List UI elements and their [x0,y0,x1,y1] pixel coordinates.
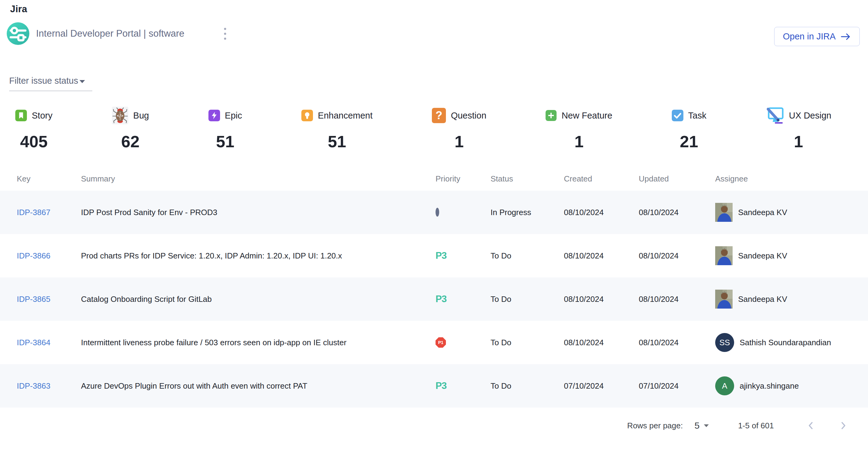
table-row: IDP-3863 Azure DevOps Plugin Errors out … [0,364,868,407]
issue-key-link[interactable]: IDP-3867 [17,208,51,217]
open-in-jira-button[interactable]: Open in JIRA [774,27,860,46]
table-row: IDP-3867 IDP Post Prod Sanity for Env - … [0,191,868,234]
issue-updated: 08/10/2024 [639,295,715,304]
issue-status: In Progress [491,208,564,217]
entity-title: Internal Developer Portal | software [36,28,184,39]
bug-icon: </> [112,107,128,124]
assignee-avatar-initials: A [715,376,734,395]
counter-value: 62 [121,132,140,151]
chevron-left-icon [806,421,815,431]
counter-value: 1 [574,132,584,151]
issue-summary: Azure DevOps Plugin Errors out with Auth… [81,381,436,391]
chevron-down-icon [704,424,709,427]
assignee-name: Sandeepa KV [738,295,787,304]
column-header-summary: Summary [81,174,436,184]
counter-enhancement: Enhancement 51 [301,107,373,151]
issues-table: Key Summary Priority Status Created Upda… [0,169,868,407]
counter-label: Epic [225,110,242,121]
rows-per-page-value: 5 [694,421,700,431]
column-header-key: Key [17,174,81,184]
enhancement-icon [301,110,313,121]
epic-icon [209,110,220,121]
issue-key-link[interactable]: IDP-3865 [17,295,51,304]
issue-updated: 08/10/2024 [639,338,715,347]
issue-status: To Do [491,338,564,347]
page-title: Jira [0,0,868,15]
counter-new-feature: New Feature 1 [546,107,612,151]
issue-created: 08/10/2024 [564,208,639,217]
issue-type-counters: Story 405 </> [0,107,868,151]
svg-text:?: ? [436,109,442,122]
next-page-button[interactable] [837,419,850,433]
table-row: IDP-3866 Prod charts PRs for IDP Service… [0,234,868,277]
filter-issue-status-label: Filter issue status [9,76,78,86]
issue-key-link[interactable]: IDP-3863 [17,381,51,391]
assignee-avatar-photo [715,246,733,265]
issue-created: 07/10/2024 [564,381,639,391]
counter-story: Story 405 [15,107,53,151]
counter-epic: Epic 51 [209,107,242,151]
counter-label: UX Design [789,110,831,121]
issue-summary: Catalog Onboarding Script for GitLab [81,295,436,304]
jira-plugin-page: Jira Internal Developer Portal | softwar… [0,0,868,465]
pagination-range: 1-5 of 601 [738,421,774,430]
entity-header: Internal Developer Portal | software [7,22,868,46]
counter-bug: </> Bug 62 [112,107,149,151]
column-header-assignee: Assignee [715,174,868,184]
issue-summary: Prod charts PRs for IDP Service: 1.20.x,… [81,251,436,261]
filter-issue-status-select[interactable]: Filter issue status [9,76,92,91]
issue-status: To Do [491,251,564,261]
rows-per-page-select[interactable]: 5 [694,421,709,431]
story-icon [15,110,27,121]
counter-label: New Feature [561,110,612,121]
counter-value: 405 [20,132,48,151]
ux-design-icon [766,107,784,124]
counter-label: Enhancement [318,110,373,121]
issue-summary: Intermittent liveness probe failure / 50… [81,338,436,347]
counter-ux-design: UX Design 1 [766,107,831,151]
assignee-avatar-photo [715,203,733,222]
priority-p3-icon: P3 [436,294,446,304]
counter-value: 1 [794,132,803,151]
issue-updated: 08/10/2024 [639,208,715,217]
assignee-name: Sathish Soundarapandian [740,338,831,347]
chevron-right-icon [839,421,848,431]
counter-value: 51 [328,132,346,151]
issue-summary: IDP Post Prod Sanity for Env - PROD3 [81,208,436,217]
previous-page-button[interactable] [804,419,817,433]
table-header-row: Key Summary Priority Status Created Upda… [0,169,868,191]
counter-label: Story [32,110,53,121]
counter-value: 51 [216,132,235,151]
column-header-updated: Updated [639,174,715,184]
issue-key-link[interactable]: IDP-3866 [17,251,51,260]
counter-label: Question [451,110,486,121]
pagination-bar: Rows per page: 5 1-5 of 601 [0,419,868,433]
column-header-priority: Priority [436,174,491,184]
issue-created: 08/10/2024 [564,338,639,347]
issue-updated: 07/10/2024 [639,381,715,391]
issue-created: 08/10/2024 [564,251,639,261]
priority-p3-icon: P3 [436,250,446,261]
issue-key-link[interactable]: IDP-3864 [17,338,51,347]
counter-label: Bug [133,110,149,121]
column-header-created: Created [564,174,639,184]
question-icon: ? [432,108,446,123]
rows-per-page-label: Rows per page: [627,421,683,430]
issue-status: To Do [491,295,564,304]
table-row: IDP-3864 Intermittent liveness probe fai… [0,321,868,364]
open-in-jira-label: Open in JIRA [783,31,836,41]
counter-value: 21 [680,132,698,151]
project-logo-icon [7,22,29,45]
issue-updated: 08/10/2024 [639,251,715,261]
priority-p1-icon: P1 [436,337,446,348]
column-header-status: Status [491,174,564,184]
chevron-down-icon [80,80,85,83]
priority-p3-icon: P3 [436,380,446,391]
counter-question: ? Question 1 [432,107,486,151]
assignee-avatar-initials: SS [715,333,734,352]
counter-task: Task 21 [672,107,707,151]
assignee-name: ajinkya.shingane [740,381,799,391]
issue-created: 08/10/2024 [564,295,639,304]
counter-label: Task [688,110,707,121]
kebab-menu-icon[interactable] [221,26,229,41]
